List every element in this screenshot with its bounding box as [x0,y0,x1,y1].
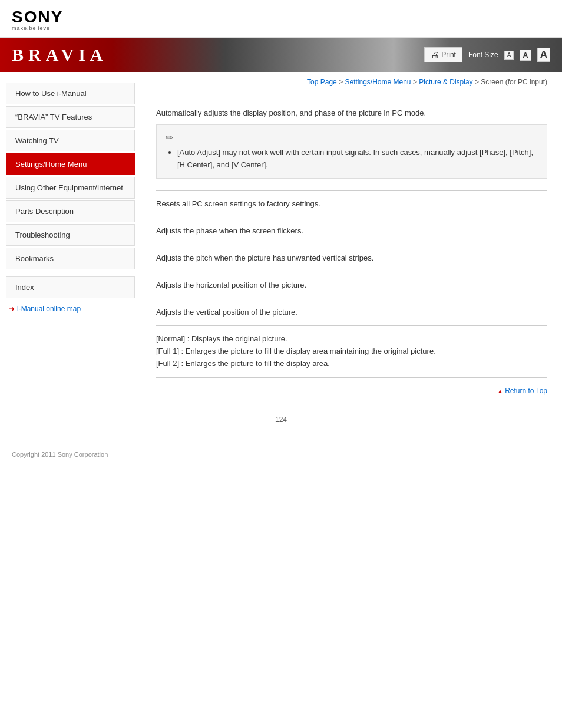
page-header: SONY make.believe [0,0,562,38]
print-button[interactable]: Print [424,47,462,62]
breadcrumb-top-page[interactable]: Top Page [307,78,337,86]
footer: Copyright 2011 Sony Corporation [0,442,562,467]
top-divider [156,95,547,95]
printer-icon [431,50,439,60]
return-to-top-link[interactable]: ▲ Return to Top [497,387,547,395]
section-pitch: Adjusts the pitch when the picture has u… [156,245,547,272]
arrow-icon: ➜ [9,305,15,313]
breadcrumb-settings[interactable]: Settings/Home Menu [345,78,411,86]
sony-tagline: make.believe [12,25,550,31]
breadcrumb-sep2: > [411,78,419,86]
section-auto-adjust-text: Automatically adjusts the display positi… [156,107,547,120]
section-reset: Resets all PC screen settings to factory… [156,191,547,218]
sony-logo: SONY make.believe [12,9,550,31]
section-reset-text: Resets all PC screen settings to factory… [156,198,547,210]
sidebar-item-bravia-features[interactable]: “BRAVIA” TV Features [6,106,135,128]
sidebar-item-using-other-equipment[interactable]: Using Other Equipment/Internet [6,177,135,199]
section-pitch-text: Adjusts the pitch when the picture has u… [156,252,547,265]
online-map-label: i-Manual online map [17,305,81,313]
sidebar-item-index[interactable]: Index [6,276,135,298]
section-h-center: Adjusts the horizontal position of the p… [156,272,547,299]
sidebar-item-parts-description[interactable]: Parts Description [6,200,135,222]
section-phase-text: Adjusts the phase when the screen flicke… [156,225,547,238]
note-icon: ✏ [166,132,538,143]
page-number: 124 [0,410,562,430]
sidebar-item-bookmarks[interactable]: Bookmarks [6,248,135,269]
breadcrumb-sep3: > [473,78,479,86]
main-layout: How to Use i-Manual “BRAVIA” TV Features… [0,72,562,410]
banner-controls: Print Font Size A A A [424,47,550,62]
print-label: Print [441,51,456,59]
section-wide-mode: [Normal] : Displays the original picture… [156,326,547,377]
font-large-button[interactable]: A [537,48,550,62]
content-area: Top Page > Settings/Home Menu > Picture … [141,72,562,410]
note-box-auto-adjust: ✏ [Auto Adjust] may not work well with c… [156,124,547,179]
breadcrumb-current: Screen (for PC input) [479,78,547,86]
breadcrumb: Top Page > Settings/Home Menu > Picture … [156,78,547,86]
triangle-up-icon: ▲ [497,388,503,394]
font-small-button[interactable]: A [504,51,514,60]
bravia-title: BRAVIA [12,45,107,65]
return-to-top-label: Return to Top [505,387,547,395]
sidebar-item-how-to-use[interactable]: How to Use i-Manual [6,83,135,104]
sidebar-item-settings-home-menu[interactable]: Settings/Home Menu [6,153,135,175]
section-v-center-text: Adjusts the vertical position of the pic… [156,307,547,319]
return-to-top[interactable]: ▲ Return to Top [156,378,547,398]
sidebar-online-map-link[interactable]: ➜ i-Manual online map [0,300,141,318]
sidebar-item-watching-tv[interactable]: Watching TV [6,130,135,151]
bravia-banner: BRAVIA Print Font Size A A A [0,38,562,72]
copyright-text: Copyright 2011 Sony Corporation [12,451,108,458]
breadcrumb-picture-display[interactable]: Picture & Display [419,78,472,86]
section-phase: Adjusts the phase when the screen flicke… [156,218,547,245]
font-size-label: Font Size [468,51,498,59]
sidebar-item-troubleshooting[interactable]: Troubleshooting [6,224,135,246]
section-wide-mode-text: [Normal] : Displays the original picture… [156,333,547,370]
section-v-center: Adjusts the vertical position of the pic… [156,299,547,327]
section-h-center-text: Adjusts the horizontal position of the p… [156,279,547,292]
note-text-auto-adjust: [Auto Adjust] may not work well with cer… [177,147,538,172]
section-auto-adjust: Automatically adjusts the display positi… [156,100,547,191]
sony-text: SONY [12,9,550,25]
font-medium-button[interactable]: A [520,50,531,61]
breadcrumb-sep1: > [337,78,345,86]
sidebar: How to Use i-Manual “BRAVIA” TV Features… [0,72,141,327]
